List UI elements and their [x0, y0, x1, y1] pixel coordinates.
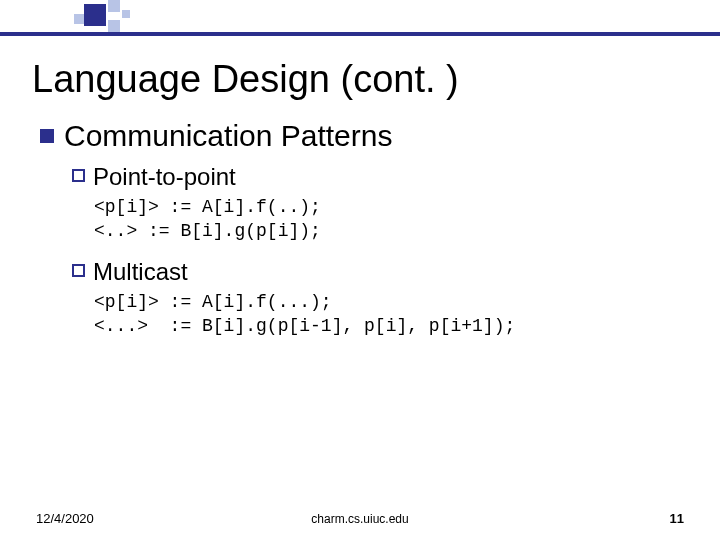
bullet-level1: Communication Patterns	[40, 119, 688, 153]
bullet-level2: Multicast	[72, 258, 688, 286]
footer-source: charm.cs.uiuc.edu	[0, 512, 720, 526]
hollow-square-bullet-icon	[72, 169, 85, 182]
code-block: <p[i]> := A[i].f(..); <..> := B[i].g(p[i…	[94, 195, 688, 244]
sub-bullet-text: Multicast	[93, 258, 188, 286]
footer: 12/4/2020 charm.cs.uiuc.edu 11	[0, 506, 720, 526]
page-number: 11	[670, 511, 684, 526]
bullet-level2: Point-to-point	[72, 163, 688, 191]
code-block: <p[i]> := A[i].f(...); <...> := B[i].g(p…	[94, 290, 688, 339]
slide-title: Language Design (cont. )	[32, 58, 688, 101]
bullet-text: Communication Patterns	[64, 119, 392, 153]
sub-bullet-text: Point-to-point	[93, 163, 236, 191]
square-bullet-icon	[40, 129, 54, 143]
hollow-square-bullet-icon	[72, 264, 85, 277]
header-decoration	[0, 0, 720, 40]
